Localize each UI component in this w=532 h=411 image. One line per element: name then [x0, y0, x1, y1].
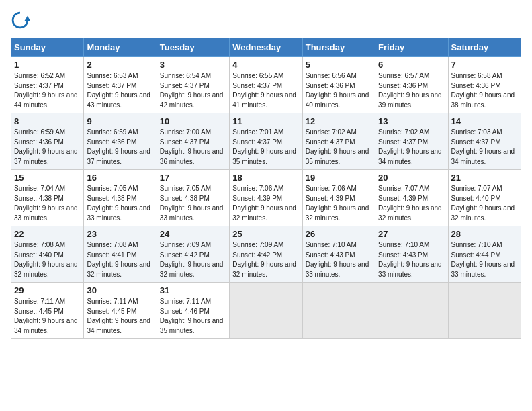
week-row-4: 22Sunrise: 7:08 AMSunset: 4:40 PMDayligh… [11, 226, 521, 283]
calendar-cell: 18Sunrise: 7:06 AMSunset: 4:39 PMDayligh… [230, 170, 302, 226]
day-info: Sunrise: 7:09 AMSunset: 4:42 PMDaylight:… [160, 241, 224, 278]
calendar-cell: 14Sunrise: 7:03 AMSunset: 4:37 PMDayligh… [448, 113, 521, 170]
calendar-cell: 31Sunrise: 7:11 AMSunset: 4:46 PMDayligh… [157, 283, 229, 339]
day-number: 9 [87, 116, 153, 126]
calendar-cell: 25Sunrise: 7:09 AMSunset: 4:42 PMDayligh… [230, 226, 302, 283]
day-number: 22 [14, 229, 81, 239]
day-info: Sunrise: 6:57 AMSunset: 4:36 PMDaylight:… [378, 72, 442, 109]
day-info: Sunrise: 6:59 AMSunset: 4:36 PMDaylight:… [87, 128, 150, 165]
calendar-cell: 10Sunrise: 7:00 AMSunset: 4:37 PMDayligh… [157, 113, 229, 170]
day-number: 24 [160, 229, 226, 239]
day-number: 5 [306, 60, 372, 70]
header-friday: Friday [375, 38, 448, 57]
day-info: Sunrise: 7:02 AMSunset: 4:37 PMDaylight:… [306, 128, 369, 165]
day-info: Sunrise: 7:08 AMSunset: 4:40 PMDaylight:… [14, 241, 78, 278]
header-monday: Monday [84, 38, 157, 57]
day-number: 17 [160, 173, 226, 183]
day-info: Sunrise: 7:06 AMSunset: 4:39 PMDaylight:… [306, 185, 369, 222]
calendar-header-row: SundayMondayTuesdayWednesdayThursdayFrid… [11, 38, 521, 57]
day-info: Sunrise: 7:07 AMSunset: 4:40 PMDaylight:… [451, 185, 515, 222]
day-info: Sunrise: 6:56 AMSunset: 4:36 PMDaylight:… [306, 72, 369, 109]
day-number: 27 [378, 229, 445, 239]
day-info: Sunrise: 6:53 AMSunset: 4:37 PMDaylight:… [87, 72, 150, 109]
day-info: Sunrise: 7:04 AMSunset: 4:38 PMDaylight:… [14, 185, 78, 222]
day-number: 31 [160, 285, 226, 295]
day-number: 10 [160, 116, 226, 126]
day-number: 25 [232, 229, 299, 239]
day-number: 2 [87, 60, 153, 70]
day-info: Sunrise: 7:10 AMSunset: 4:43 PMDaylight:… [378, 241, 442, 278]
day-number: 11 [232, 116, 299, 126]
week-row-5: 29Sunrise: 7:11 AMSunset: 4:45 PMDayligh… [11, 283, 521, 339]
calendar-cell [375, 283, 448, 339]
calendar-cell: 11Sunrise: 7:01 AMSunset: 4:37 PMDayligh… [230, 113, 302, 170]
day-number: 30 [87, 285, 153, 295]
day-number: 12 [306, 116, 372, 126]
day-number: 14 [451, 116, 518, 126]
calendar-cell: 22Sunrise: 7:08 AMSunset: 4:40 PMDayligh… [11, 226, 84, 283]
day-number: 21 [451, 173, 518, 183]
day-number: 6 [378, 60, 445, 70]
week-row-3: 15Sunrise: 7:04 AMSunset: 4:38 PMDayligh… [11, 170, 521, 226]
day-number: 3 [160, 60, 226, 70]
logo-icon [11, 11, 30, 30]
day-info: Sunrise: 7:05 AMSunset: 4:38 PMDaylight:… [160, 185, 224, 222]
day-number: 29 [14, 285, 81, 295]
calendar-cell: 19Sunrise: 7:06 AMSunset: 4:39 PMDayligh… [302, 170, 375, 226]
calendar-cell: 4Sunrise: 6:55 AMSunset: 4:37 PMDaylight… [230, 57, 302, 113]
day-info: Sunrise: 7:00 AMSunset: 4:37 PMDaylight:… [160, 128, 224, 165]
calendar-cell: 15Sunrise: 7:04 AMSunset: 4:38 PMDayligh… [11, 170, 84, 226]
day-info: Sunrise: 6:54 AMSunset: 4:37 PMDaylight:… [160, 72, 224, 109]
day-number: 13 [378, 116, 445, 126]
calendar-cell: 5Sunrise: 6:56 AMSunset: 4:36 PMDaylight… [302, 57, 375, 113]
header-sunday: Sunday [11, 38, 84, 57]
calendar-cell: 13Sunrise: 7:02 AMSunset: 4:37 PMDayligh… [375, 113, 448, 170]
day-info: Sunrise: 6:58 AMSunset: 4:36 PMDaylight:… [451, 72, 515, 109]
calendar-table: SundayMondayTuesdayWednesdayThursdayFrid… [11, 38, 521, 339]
calendar-cell: 1Sunrise: 6:52 AMSunset: 4:37 PMDaylight… [11, 57, 84, 113]
day-number: 28 [451, 229, 518, 239]
calendar-cell: 9Sunrise: 6:59 AMSunset: 4:36 PMDaylight… [84, 113, 157, 170]
calendar-cell: 16Sunrise: 7:05 AMSunset: 4:38 PMDayligh… [84, 170, 157, 226]
day-number: 7 [451, 60, 518, 70]
header-tuesday: Tuesday [157, 38, 229, 57]
header-thursday: Thursday [302, 38, 375, 57]
header [11, 11, 521, 30]
week-row-1: 1Sunrise: 6:52 AMSunset: 4:37 PMDaylight… [11, 57, 521, 113]
day-number: 19 [306, 173, 372, 183]
day-info: Sunrise: 6:55 AMSunset: 4:37 PMDaylight:… [232, 72, 296, 109]
calendar-cell [448, 283, 521, 339]
day-number: 23 [87, 229, 153, 239]
calendar-cell: 24Sunrise: 7:09 AMSunset: 4:42 PMDayligh… [157, 226, 229, 283]
calendar-cell: 27Sunrise: 7:10 AMSunset: 4:43 PMDayligh… [375, 226, 448, 283]
day-info: Sunrise: 7:11 AMSunset: 4:45 PMDaylight:… [14, 298, 78, 334]
day-info: Sunrise: 7:06 AMSunset: 4:39 PMDaylight:… [232, 185, 296, 222]
day-number: 26 [306, 229, 372, 239]
day-info: Sunrise: 6:52 AMSunset: 4:37 PMDaylight:… [14, 72, 78, 109]
day-info: Sunrise: 7:11 AMSunset: 4:46 PMDaylight:… [160, 298, 224, 334]
day-info: Sunrise: 7:08 AMSunset: 4:41 PMDaylight:… [87, 241, 150, 278]
day-info: Sunrise: 6:59 AMSunset: 4:36 PMDaylight:… [14, 128, 78, 165]
day-number: 15 [14, 173, 81, 183]
calendar-cell: 3Sunrise: 6:54 AMSunset: 4:37 PMDaylight… [157, 57, 229, 113]
week-row-2: 8Sunrise: 6:59 AMSunset: 4:36 PMDaylight… [11, 113, 521, 170]
day-info: Sunrise: 7:02 AMSunset: 4:37 PMDaylight:… [378, 128, 442, 165]
header-wednesday: Wednesday [230, 38, 302, 57]
day-number: 4 [232, 60, 299, 70]
calendar-cell: 6Sunrise: 6:57 AMSunset: 4:36 PMDaylight… [375, 57, 448, 113]
calendar-cell: 8Sunrise: 6:59 AMSunset: 4:36 PMDaylight… [11, 113, 84, 170]
day-number: 16 [87, 173, 153, 183]
main-container: SundayMondayTuesdayWednesdayThursdayFrid… [0, 0, 532, 345]
day-info: Sunrise: 7:03 AMSunset: 4:37 PMDaylight:… [451, 128, 515, 165]
day-info: Sunrise: 7:11 AMSunset: 4:45 PMDaylight:… [87, 298, 150, 334]
day-info: Sunrise: 7:05 AMSunset: 4:38 PMDaylight:… [87, 185, 150, 222]
day-number: 20 [378, 173, 445, 183]
day-info: Sunrise: 7:01 AMSunset: 4:37 PMDaylight:… [232, 128, 296, 165]
calendar-cell: 28Sunrise: 7:10 AMSunset: 4:44 PMDayligh… [448, 226, 521, 283]
calendar-cell [230, 283, 302, 339]
day-number: 8 [14, 116, 81, 126]
day-number: 1 [14, 60, 81, 70]
calendar-cell: 7Sunrise: 6:58 AMSunset: 4:36 PMDaylight… [448, 57, 521, 113]
day-info: Sunrise: 7:07 AMSunset: 4:39 PMDaylight:… [378, 185, 442, 222]
calendar-cell: 12Sunrise: 7:02 AMSunset: 4:37 PMDayligh… [302, 113, 375, 170]
